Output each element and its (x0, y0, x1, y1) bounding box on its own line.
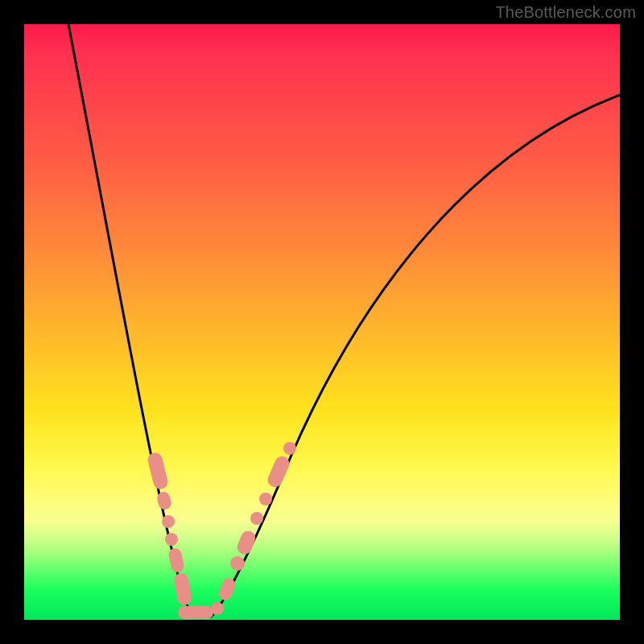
chart-svg (24, 24, 620, 620)
data-marker (266, 454, 292, 489)
chart-frame: TheBottleneck.com (0, 0, 644, 644)
curve-path (68, 24, 620, 617)
plot-area (24, 24, 620, 620)
data-marker (283, 442, 296, 455)
data-marker (173, 572, 193, 607)
data-marker (230, 556, 245, 571)
data-marker (165, 533, 178, 546)
data-marker (167, 547, 185, 574)
marker-group (147, 442, 296, 619)
data-marker (211, 602, 224, 615)
data-marker (147, 452, 170, 491)
data-marker (259, 493, 272, 506)
data-marker (178, 606, 213, 619)
data-marker (162, 515, 175, 528)
watermark-text: TheBottleneck.com (495, 3, 636, 22)
data-marker (250, 512, 263, 525)
